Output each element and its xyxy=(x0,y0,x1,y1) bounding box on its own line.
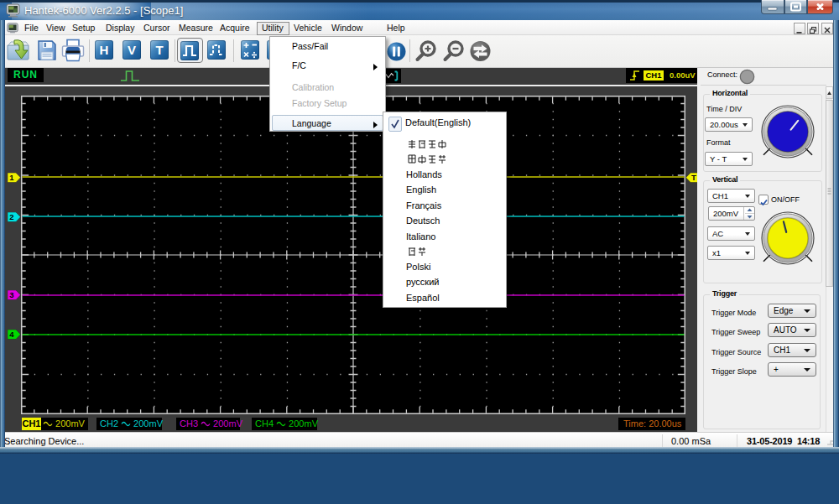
svg-text:3: 3 xyxy=(9,290,13,299)
svg-text:T: T xyxy=(691,173,696,182)
svg-text:1: 1 xyxy=(9,173,14,182)
svg-text:2: 2 xyxy=(9,212,13,221)
svg-text:4: 4 xyxy=(9,330,14,339)
